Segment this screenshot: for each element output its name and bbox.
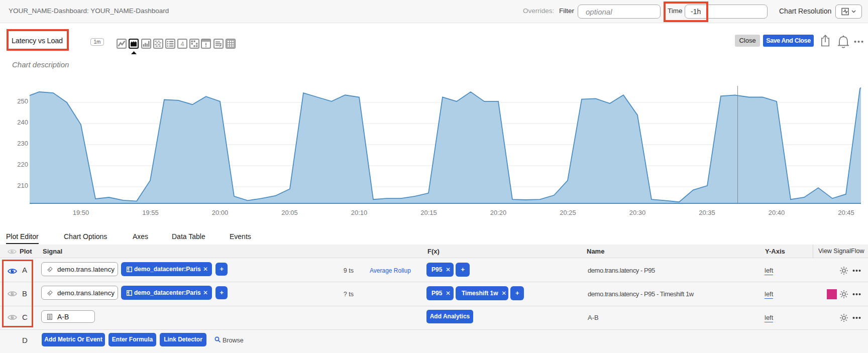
svg-text:20:05: 20:05 xyxy=(281,209,298,216)
svg-text:230: 230 xyxy=(17,140,28,147)
svg-text:20:20: 20:20 xyxy=(490,209,507,216)
svg-text:19:55: 19:55 xyxy=(142,209,159,216)
svg-text:210: 210 xyxy=(17,182,28,189)
svg-text:20:40: 20:40 xyxy=(769,209,785,216)
svg-text:20:15: 20:15 xyxy=(420,209,437,216)
svg-text:20:35: 20:35 xyxy=(699,209,715,216)
svg-text:19:50: 19:50 xyxy=(73,209,89,216)
svg-text:220: 220 xyxy=(17,161,28,168)
svg-text:240: 240 xyxy=(17,119,28,126)
svg-text:20:30: 20:30 xyxy=(629,209,646,216)
svg-text:20:25: 20:25 xyxy=(560,209,576,216)
svg-text:20:10: 20:10 xyxy=(351,209,368,216)
svg-text:20:45: 20:45 xyxy=(838,209,854,216)
svg-text:250: 250 xyxy=(17,97,28,105)
svg-text:20:00: 20:00 xyxy=(212,209,229,216)
